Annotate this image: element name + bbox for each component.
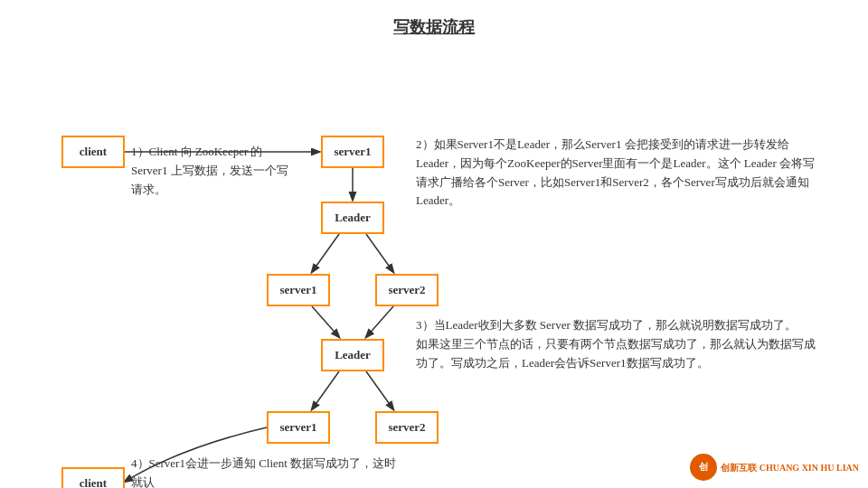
svg-line-4 bbox=[312, 306, 339, 337]
svg-line-3 bbox=[366, 234, 393, 272]
server2-bot-node: server2 bbox=[375, 411, 439, 444]
client-node-1: client bbox=[61, 136, 125, 168]
client-node-2: client bbox=[61, 467, 125, 488]
svg-line-6 bbox=[312, 371, 339, 409]
server2-mid-node: server2 bbox=[375, 274, 439, 306]
svg-line-5 bbox=[366, 306, 393, 337]
server1-bot-node: server1 bbox=[267, 411, 330, 444]
watermark: 创 创新互联 CHUANG XIN HU LIAN bbox=[690, 454, 859, 481]
server1-top-node: server1 bbox=[321, 136, 384, 168]
svg-line-2 bbox=[312, 234, 339, 272]
step1-text: 1）Client 向 ZooKeeper 的Server1 上写数据，发送一个写… bbox=[131, 143, 312, 199]
step4-text: 4）Server1会进一步通知 Client 数据写成功了，这时就认为整个写操作… bbox=[131, 455, 402, 488]
server1-mid-node: server1 bbox=[267, 274, 330, 306]
watermark-icon: 创 bbox=[690, 454, 717, 481]
leader2-node: Leader bbox=[321, 339, 384, 371]
step3-text: 3）当Leader收到大多数 Server 数据写成功了，那么就说明数据写成功了… bbox=[416, 316, 850, 372]
leader1-node: Leader bbox=[321, 202, 384, 234]
watermark-text: 创新互联 CHUANG XIN HU LIAN bbox=[721, 462, 859, 474]
step2-text: 2）如果Server1不是Leader，那么Server1 会把接受到的请求进一… bbox=[416, 136, 850, 211]
svg-line-7 bbox=[366, 371, 393, 409]
page-title: 写数据流程 bbox=[0, 0, 868, 38]
